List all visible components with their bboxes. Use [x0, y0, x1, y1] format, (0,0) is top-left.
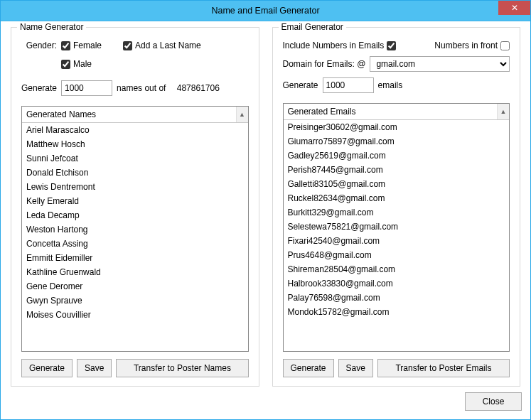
- name-generator-legend: Name Generator: [17, 22, 86, 32]
- generate-names-row: Generate names out of 487861706: [21, 80, 249, 96]
- list-item[interactable]: Lewis Dentremont: [22, 180, 248, 194]
- generated-emails-header[interactable]: Generated Emails ▲: [284, 104, 510, 120]
- generate-names-label: Generate: [21, 83, 57, 93]
- gender-row: Gender: Female Add a Last Name: [21, 38, 249, 53]
- female-checkbox-label: Female: [73, 41, 102, 50]
- include-numbers-label: Include Numbers in Emails: [283, 41, 385, 50]
- window-title: Name and Email Generator: [1, 6, 530, 16]
- list-item[interactable]: Matthew Hosch: [22, 137, 248, 151]
- close-button[interactable]: Close: [465, 392, 522, 411]
- list-item[interactable]: Mondok15782@gmail.com: [284, 305, 510, 319]
- list-item[interactable]: Concetta Assing: [22, 237, 248, 251]
- list-item[interactable]: Kelly Emerald: [22, 194, 248, 208]
- list-item[interactable]: Weston Hartong: [22, 222, 248, 237]
- list-item[interactable]: Prus4648@gmail.com: [284, 248, 510, 262]
- list-item[interactable]: Perish87445@gmail.com: [284, 163, 510, 177]
- list-item[interactable]: Ariel Marascalco: [22, 123, 248, 137]
- list-item[interactable]: Emmitt Eidemiller: [22, 251, 248, 265]
- male-checkbox-input[interactable]: [61, 60, 70, 69]
- include-numbers-checkbox[interactable]: Include Numbers in Emails: [283, 41, 397, 50]
- list-item[interactable]: Fixari42540@gmail.com: [284, 234, 510, 248]
- domain-label: Domain for Emails: @: [283, 59, 366, 69]
- window-body: Name Generator Gender: Female Add a Last…: [1, 21, 530, 419]
- generated-names-body[interactable]: Ariel MarascalcoMatthew HoschSunni Jefco…: [22, 123, 248, 351]
- email-options-row: Include Numbers in Emails Numbers in fro…: [283, 38, 510, 53]
- list-item[interactable]: Donald Etchison: [22, 166, 248, 180]
- male-checkbox[interactable]: Male: [61, 59, 92, 69]
- generate-names-button[interactable]: Generate: [21, 359, 73, 377]
- add-last-name-checkbox-label: Add a Last Name: [135, 41, 201, 50]
- generated-emails-list: Generated Emails ▲ Preisinger30602@gmail…: [283, 103, 510, 352]
- list-item[interactable]: Halbrook33830@gmail.com: [284, 276, 510, 291]
- female-checkbox-input[interactable]: [61, 41, 70, 50]
- list-item[interactable]: Moises Couvillier: [22, 308, 248, 322]
- list-item[interactable]: Shireman28504@gmail.com: [284, 262, 510, 276]
- list-item[interactable]: Sunni Jefcoat: [22, 151, 248, 166]
- gender-row-2: Male: [21, 56, 249, 72]
- email-buttons-row: Generate Save Transfer to Poster Emails: [283, 359, 510, 377]
- domain-row: Domain for Emails: @ gmail.com: [283, 56, 510, 72]
- generated-emails-body[interactable]: Preisinger30602@gmail.comGiumarro75897@g…: [284, 120, 510, 351]
- list-item[interactable]: Gwyn Sprauve: [22, 294, 248, 308]
- transfer-emails-button[interactable]: Transfer to Poster Emails: [377, 359, 510, 377]
- generated-names-list: Generated Names ▲ Ariel MarascalcoMatthe…: [21, 106, 249, 352]
- generate-emails-label: Generate: [283, 80, 318, 90]
- numbers-in-front-label: Numbers in front: [434, 41, 498, 50]
- email-generator-legend: Email Generator: [279, 22, 346, 32]
- gender-label: Gender:: [21, 41, 57, 50]
- list-item[interactable]: Leda Decamp: [22, 208, 248, 222]
- list-item[interactable]: Galletti83105@gmail.com: [284, 177, 510, 191]
- generate-emails-row: Generate emails: [283, 77, 510, 93]
- window-close-button[interactable]: ✕: [498, 1, 530, 15]
- list-item[interactable]: Preisinger30602@gmail.com: [284, 120, 510, 134]
- female-checkbox[interactable]: Female: [61, 41, 102, 50]
- numbers-in-front-checkbox[interactable]: Numbers in front: [434, 41, 510, 50]
- list-item[interactable]: Kathline Gruenwald: [22, 265, 248, 279]
- transfer-names-button[interactable]: Transfer to Poster Names: [116, 359, 248, 377]
- out-of-count: 487861706: [177, 83, 220, 93]
- list-item[interactable]: Selestewa75821@gmail.com: [284, 220, 510, 234]
- email-generator-group: Email Generator Include Numbers in Email…: [272, 27, 521, 387]
- add-last-name-checkbox[interactable]: Add a Last Name: [123, 41, 201, 50]
- generated-names-header[interactable]: Generated Names ▲: [22, 107, 248, 123]
- generate-emails-button[interactable]: Generate: [283, 359, 334, 377]
- chevron-up-icon[interactable]: ▲: [497, 104, 509, 119]
- titlebar: Name and Email Generator ✕: [1, 1, 530, 21]
- generate-emails-count-input[interactable]: [323, 77, 374, 93]
- include-numbers-checkbox-input[interactable]: [387, 41, 396, 50]
- list-item[interactable]: Burkitt329@gmail.com: [284, 205, 510, 220]
- save-emails-button[interactable]: Save: [338, 359, 373, 377]
- list-item[interactable]: Gene Deromer: [22, 279, 248, 294]
- domain-select[interactable]: gmail.com: [370, 56, 510, 72]
- list-item[interactable]: Giumarro75897@gmail.com: [284, 134, 510, 149]
- footer: Close: [9, 387, 522, 411]
- list-item[interactable]: Palay76598@gmail.com: [284, 291, 510, 305]
- male-checkbox-label: Male: [73, 59, 92, 69]
- close-icon: ✕: [511, 3, 518, 13]
- columns: Name Generator Gender: Female Add a Last…: [9, 27, 522, 387]
- numbers-in-front-checkbox-input[interactable]: [500, 41, 510, 50]
- chevron-up-icon[interactable]: ▲: [236, 107, 248, 122]
- name-buttons-row: Generate Save Transfer to Poster Names: [21, 359, 249, 377]
- emails-label: emails: [378, 80, 403, 90]
- name-generator-group: Name Generator Gender: Female Add a Last…: [11, 27, 259, 387]
- generate-names-count-input[interactable]: [61, 80, 112, 96]
- list-item[interactable]: Ruckel82634@gmail.com: [284, 191, 510, 205]
- list-item[interactable]: Gadley25619@gmail.com: [284, 149, 510, 163]
- window: Name and Email Generator ✕ Name Generato…: [0, 0, 531, 420]
- out-of-label: names out of: [117, 83, 166, 93]
- add-last-name-checkbox-input[interactable]: [123, 41, 132, 50]
- save-names-button[interactable]: Save: [77, 359, 112, 377]
